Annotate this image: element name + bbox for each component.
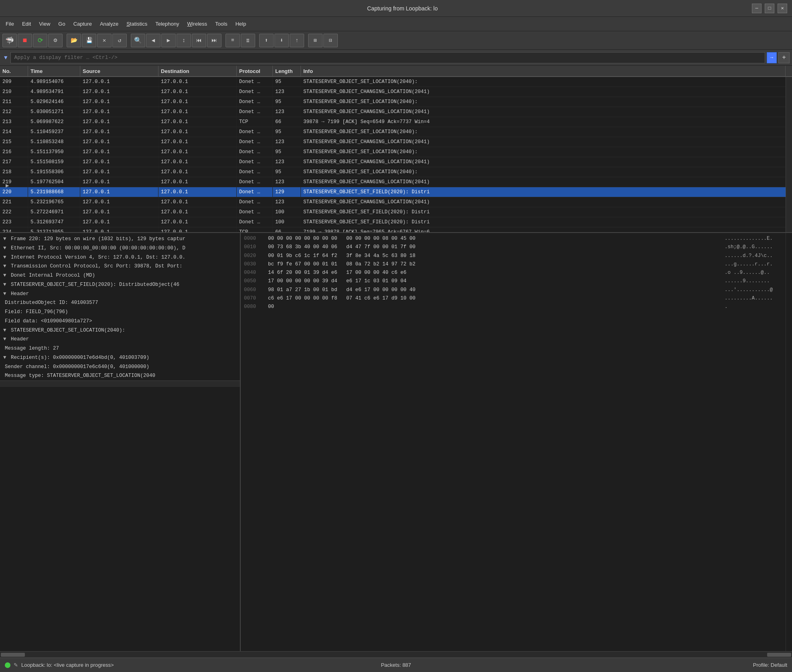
table-row[interactable]: 224 5.312712055 127.0.0.1 127.0.0.1 TCP …	[0, 227, 792, 232]
col-header-time[interactable]: Time	[28, 66, 80, 76]
toolbar-colorize-button[interactable]: ≡	[225, 34, 240, 47]
tree-item[interactable]: ▼ Recipient(s): 0x0000000017e6d4bd(0, 40…	[0, 353, 240, 362]
toolbar-expand-button[interactable]: ⊟	[323, 34, 338, 47]
col-header-source[interactable]: Source	[80, 66, 158, 76]
toolbar-options-button[interactable]: ⚙	[48, 34, 63, 47]
hex-dump: 0000 0010 0020 0030 0040 0050 0060 0070 …	[241, 233, 792, 651]
menu-statistics[interactable]: Statistics	[122, 19, 151, 28]
tree-arrow: ▼	[3, 282, 9, 287]
close-button[interactable]: ✕	[778, 4, 787, 13]
toolbar-zoom-reset-button[interactable]: ↑	[290, 34, 304, 47]
table-row[interactable]: 211 5.029624146 127.0.0.1 127.0.0.1 Done…	[0, 97, 792, 107]
cell-length: 95	[273, 147, 301, 157]
toolbar-last-button[interactable]: ⏭	[207, 34, 221, 47]
table-row[interactable]: 217 5.151508159 127.0.0.1 127.0.0.1 Done…	[0, 157, 792, 167]
tree-arrow: ▼	[3, 255, 9, 260]
tree-item[interactable]: ▼ STATESERVER_OBJECT_SET_LOCATION(2040):	[0, 326, 240, 335]
tree-item[interactable]: ▼ Header	[0, 289, 240, 299]
cell-no: 217	[0, 157, 28, 167]
cell-no: 218	[0, 167, 28, 177]
minimize-button[interactable]: —	[752, 4, 762, 13]
bottom-scroll[interactable]	[0, 651, 792, 658]
table-row[interactable]: 213 5.069987622 127.0.0.1 127.0.0.1 TCP …	[0, 117, 792, 127]
toolbar-autoscroll-button[interactable]: ≣	[241, 34, 255, 47]
table-row[interactable]: 214 5.110459237 127.0.0.1 127.0.0.1 Done…	[0, 127, 792, 137]
cell-source: 127.0.0.1	[80, 87, 158, 97]
toolbar-reload-button[interactable]: ↺	[112, 34, 127, 47]
cell-source: 127.0.0.1	[80, 167, 158, 177]
table-row[interactable]: 222 5.272246971 127.0.0.1 127.0.0.1 Done…	[0, 207, 792, 217]
col-header-info[interactable]: Info	[301, 66, 786, 76]
hex-bytes: 00 00 00 00 00 00 00 00 00 00 00 00 08 0…	[265, 233, 721, 651]
filter-input[interactable]	[10, 52, 765, 63]
tree-label: Frame 220: 129 bytes on wire (1032 bits)…	[11, 236, 185, 242]
cell-no: 220	[0, 187, 28, 197]
menu-tools[interactable]: Tools	[211, 19, 231, 28]
tree-item[interactable]: ▼ Frame 220: 129 bytes on wire (1032 bit…	[0, 235, 240, 244]
tree-arrow: ▼	[3, 263, 9, 269]
table-row[interactable]: 210 4.989534791 127.0.0.1 127.0.0.1 Done…	[0, 87, 792, 97]
tree-item[interactable]: ▼ Internet Protocol Version 4, Src: 127.…	[0, 253, 240, 262]
table-row[interactable]: 216 5.151137950 127.0.0.1 127.0.0.1 Done…	[0, 147, 792, 157]
toolbar-close-button[interactable]: ✕	[97, 34, 112, 47]
col-header-length[interactable]: Length	[273, 66, 301, 76]
menu-view[interactable]: View	[35, 19, 54, 28]
cell-time: 4.989154076	[28, 77, 80, 87]
menu-edit[interactable]: Edit	[18, 19, 35, 28]
filter-apply-button[interactable]: →	[767, 52, 777, 63]
col-header-destination[interactable]: Destination	[158, 66, 237, 76]
tree-item[interactable]: ▼ Header	[0, 335, 240, 344]
menu-help[interactable]: Help	[232, 19, 250, 28]
menu-telephony[interactable]: Telephony	[151, 19, 183, 28]
tree-arrow: ▼	[3, 236, 9, 242]
tree-item[interactable]: ▼ STATESERVER_OBJECT_SET_FIELD(2020): Di…	[0, 280, 240, 289]
cell-source: 127.0.0.1	[80, 137, 158, 147]
title-bar: Capturing from Loopback: lo — □ ✕	[0, 0, 792, 17]
filter-add-button[interactable]: +	[778, 52, 790, 63]
toolbar-back-button[interactable]: ◀	[146, 34, 160, 47]
cell-time: 5.110459237	[28, 127, 80, 137]
menu-go[interactable]: Go	[54, 19, 69, 28]
tree-label: Sender channel: 0x0000000017e6c640(0, 40…	[5, 364, 149, 370]
toolbar-jump-button[interactable]: ↕	[177, 34, 191, 47]
tree-item[interactable]: ▼ Donet Internal Protocol (MD)	[0, 271, 240, 280]
cell-time: 5.197762504	[28, 177, 80, 187]
table-row[interactable]: 209 4.989154076 127.0.0.1 127.0.0.1 Done…	[0, 77, 792, 87]
toolbar-forward-button[interactable]: ▶	[161, 34, 176, 47]
table-row[interactable]: 215 5.110853248 127.0.0.1 127.0.0.1 Done…	[0, 137, 792, 147]
cell-source: 127.0.0.1	[80, 77, 158, 87]
tree-item: Sender channel: 0x0000000017e6c640(0, 40…	[0, 362, 240, 372]
table-row[interactable]: 220 5.231988668 127.0.0.1 127.0.0.1 Done…	[0, 187, 792, 197]
maximize-button[interactable]: □	[765, 4, 774, 13]
menu-wireless[interactable]: Wireless	[183, 19, 211, 28]
table-row[interactable]: 218 5.191558306 127.0.0.1 127.0.0.1 Done…	[0, 167, 792, 177]
toolbar-save-button[interactable]: 💾	[82, 34, 96, 47]
table-row[interactable]: 212 5.030051271 127.0.0.1 127.0.0.1 Done…	[0, 107, 792, 117]
toolbar-restart-button[interactable]: ⟳	[33, 34, 47, 47]
toolbar-coloring-rules-button[interactable]: ⊞	[308, 34, 323, 47]
toolbar-stop-button[interactable]: ■	[18, 34, 32, 47]
toolbar-shark-button[interactable]: 🦈	[2, 34, 17, 47]
menu-capture[interactable]: Capture	[69, 19, 96, 28]
toolbar-zoom-in-button[interactable]: ⬆	[259, 34, 274, 47]
cell-dest: 127.0.0.1	[158, 107, 237, 117]
tree-item[interactable]: ▼ Transmission Control Protocol, Src Por…	[0, 262, 240, 271]
toolbar-first-button[interactable]: ⏮	[192, 34, 206, 47]
tree-label: Header	[11, 291, 29, 297]
cell-time: 5.151508159	[28, 157, 80, 167]
table-row[interactable]: 221 5.232196765 127.0.0.1 127.0.0.1 Done…	[0, 197, 792, 207]
toolbar-zoom-out-button[interactable]: ⬇	[274, 34, 289, 47]
toolbar-open-button[interactable]: 📂	[67, 34, 81, 47]
tree-item[interactable]: ▼ Ethernet II, Src: 00:00:00_00:00:00 (0…	[0, 244, 240, 253]
cell-length: 129	[273, 187, 301, 197]
toolbar-search-button[interactable]: 🔍	[131, 34, 145, 47]
menu-analyze[interactable]: Analyze	[96, 19, 122, 28]
cell-time: 5.312712055	[28, 227, 80, 232]
table-row[interactable]: 219 5.197762504 127.0.0.1 127.0.0.1 Done…	[0, 177, 792, 187]
window-controls[interactable]: — □ ✕	[752, 4, 787, 13]
col-header-protocol[interactable]: Protocol	[237, 66, 273, 76]
col-header-no[interactable]: No.	[0, 66, 28, 76]
detail-tree-hscroll[interactable]	[0, 381, 240, 387]
menu-file[interactable]: File	[2, 19, 18, 28]
table-row[interactable]: 223 5.312693747 127.0.0.1 127.0.0.1 Done…	[0, 217, 792, 227]
